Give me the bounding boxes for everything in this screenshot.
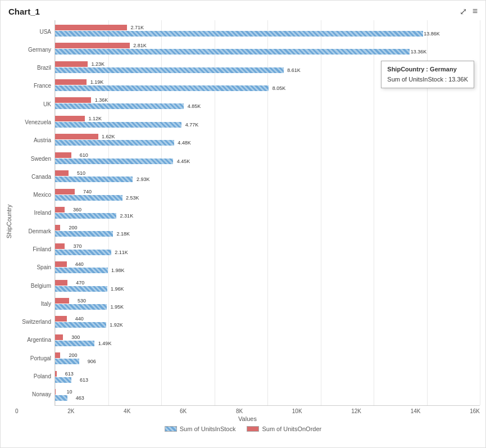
order-label-norway: 10	[66, 389, 72, 395]
expand-icon[interactable]: ⤢	[460, 6, 467, 17]
y-labels: USAGermanyBrazilFranceUKVenezuelaAustria…	[15, 20, 54, 406]
stock-bar-denmark: 2.18K	[55, 231, 113, 237]
y-label-germany: Germany	[15, 40, 54, 58]
legend-item-stock: Sum of UnitsInStock	[165, 426, 236, 432]
y-label-venezuela: Venezuela	[15, 113, 54, 131]
stock-bar-portugal: 906	[55, 359, 79, 364]
y-label-norway: Norway	[15, 386, 54, 404]
x-tick-2000: 2K	[67, 408, 74, 414]
bar-row-venezuela: 1.12K4.77K	[55, 115, 480, 128]
y-label-finland: Finland	[15, 240, 54, 258]
bar-row-italy: 5301.95K	[55, 297, 480, 310]
order-bar-denmark: 200	[55, 225, 60, 230]
x-tick-6000: 6K	[180, 408, 187, 414]
x-tick-8000: 8K	[236, 408, 243, 414]
chart-container: Chart_1 ⤢ ≡ ShipCountry USAGermanyBrazil…	[0, 0, 486, 448]
order-bar-wrapper-denmark: 200	[55, 225, 480, 230]
stock-label-denmark: 2.18K	[116, 231, 130, 237]
stock-label-austria: 4.48K	[178, 140, 191, 146]
y-label-uk: UK	[15, 95, 54, 113]
y-label-switzerland: Switzerland	[15, 313, 54, 331]
x-tick-4000: 4K	[124, 408, 130, 414]
y-label-usa: USA	[15, 22, 54, 40]
bar-row-brazil: 1.23K8.61K	[55, 61, 480, 74]
stock-bar-wrapper-belgium: 1.96K	[55, 286, 480, 292]
chart-inner: USAGermanyBrazilFranceUKVenezuelaAustria…	[15, 20, 485, 422]
y-label-ireland: Ireland	[15, 204, 54, 222]
y-label-austria: Austria	[15, 132, 54, 150]
stock-label-switzerland: 1.92K	[110, 322, 123, 328]
bar-row-poland: 613613	[55, 370, 480, 383]
x-tick-0: 0	[15, 408, 19, 414]
order-label-france: 1.19K	[90, 79, 104, 85]
stock-label-brazil: 8.61K	[287, 67, 301, 73]
stock-bar-wrapper-norway: 463	[55, 395, 480, 401]
bar-row-argentina: 3001.49K	[55, 334, 480, 347]
stock-label-venezuela: 4.77K	[185, 122, 199, 128]
stock-bar-spain: 1.98K	[55, 268, 108, 273]
order-label-belgium: 470	[76, 280, 84, 286]
order-bar-france: 1.19K	[55, 79, 87, 85]
order-label-portugal: 200	[69, 352, 77, 358]
stock-label-canada: 2.93K	[137, 177, 150, 182]
bar-row-denmark: 2002.18K	[55, 224, 480, 237]
stock-bar-canada: 2.93K	[55, 177, 133, 182]
order-bar-wrapper-sweden: 610	[55, 152, 480, 158]
stock-bar-argentina: 1.49K	[55, 341, 94, 346]
bar-row-sweden: 6104.45K	[55, 152, 480, 165]
stock-label-uk: 4.85K	[188, 103, 201, 109]
stock-bar-belgium: 1.96K	[55, 286, 107, 292]
order-bar-poland: 613	[55, 371, 57, 377]
x-tick-14000: 14K	[411, 408, 421, 414]
stock-bar-wrapper-switzerland: 1.92K	[55, 322, 480, 328]
bar-row-portugal: 200906	[55, 352, 480, 365]
stock-bar-wrapper-ireland: 2.31K	[55, 213, 480, 219]
header-icons: ⤢ ≡	[460, 6, 478, 17]
stock-label-norway: 463	[76, 395, 84, 401]
stock-bar-poland: 613	[55, 377, 71, 383]
bar-row-germany: 2.81K13.36K	[55, 42, 480, 55]
order-bar-wrapper-belgium: 470	[55, 280, 480, 286]
order-label-mexico: 740	[83, 189, 92, 194]
stock-bar-wrapper-sweden: 4.45K	[55, 159, 480, 164]
stock-bar-wrapper-denmark: 2.18K	[55, 231, 480, 237]
y-label-poland: Poland	[15, 367, 54, 385]
stock-bar-italy: 1.95K	[55, 304, 107, 310]
order-bar-argentina: 300	[55, 334, 63, 340]
stock-bar-wrapper-spain: 1.98K	[55, 268, 480, 273]
stock-label-sweden: 4.45K	[177, 159, 190, 164]
order-label-canada: 510	[77, 170, 85, 176]
legend-stock-label: Sum of UnitsInStock	[180, 426, 236, 432]
stock-label-argentina: 1.49K	[98, 341, 112, 346]
stock-bar-wrapper-finland: 2.11K	[55, 250, 480, 255]
bar-row-finland: 3702.11K	[55, 243, 480, 256]
order-bar-spain: 440	[55, 261, 67, 267]
order-label-venezuela: 1.12K	[88, 116, 102, 121]
order-label-denmark: 200	[69, 225, 77, 230]
x-axis-label: Values	[15, 415, 480, 422]
stock-bar-usa: 13.86K	[55, 31, 423, 37]
order-label-argentina: 300	[71, 334, 80, 340]
stock-bar-wrapper-brazil: 8.61K	[55, 67, 480, 73]
y-label-denmark: Denmark	[15, 222, 54, 240]
legend-item-order: Sum of UnitsOnOrder	[247, 426, 321, 432]
stock-label-germany: 13.36K	[411, 49, 427, 55]
order-bar-wrapper-argentina: 300	[55, 334, 480, 340]
y-axis-label-text: ShipCountry	[6, 204, 12, 238]
stock-bar-mexico: 2.53K	[55, 195, 122, 201]
stock-label-poland: 613	[80, 377, 88, 383]
menu-icon[interactable]: ≡	[473, 6, 478, 17]
stock-label-mexico: 2.53K	[126, 195, 139, 201]
y-label-brazil: Brazil	[15, 59, 54, 77]
stock-bar-wrapper-mexico: 2.53K	[55, 195, 480, 201]
stock-label-portugal: 906	[88, 359, 96, 364]
order-bar-wrapper-france: 1.19K	[55, 79, 480, 85]
stock-bar-wrapper-argentina: 1.49K	[55, 341, 480, 346]
stock-bar-wrapper-canada: 2.93K	[55, 177, 480, 182]
order-label-switzerland: 440	[75, 316, 84, 322]
stock-label-france: 8.05K	[272, 85, 286, 91]
bar-row-belgium: 4701.96K	[55, 279, 480, 292]
y-label-spain: Spain	[15, 259, 54, 277]
x-tick-10000: 10K	[292, 408, 302, 414]
stock-bar-wrapper-venezuela: 4.77K	[55, 122, 480, 128]
